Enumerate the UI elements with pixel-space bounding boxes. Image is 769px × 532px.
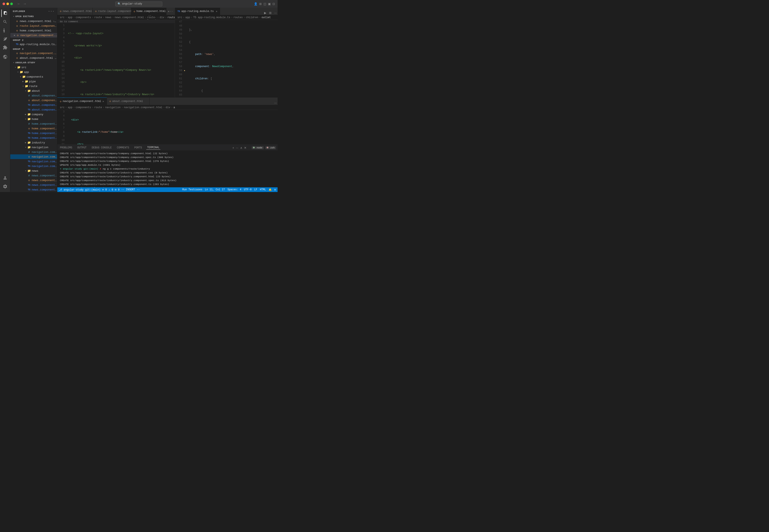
group3-nav[interactable]: ◇ navigation.component.html sr... [10,51,57,56]
files-activity-icon[interactable] [1,9,9,17]
back-button[interactable]: ← [16,1,21,6]
open-editor-home[interactable]: ◇ home.component.html [10,28,57,33]
language-status[interactable]: HTML [260,188,266,191]
eol-status[interactable]: LF [254,188,257,191]
run-activity-icon[interactable] [1,35,9,43]
layout3-icon[interactable]: ▣ [268,2,271,6]
industry-folder[interactable]: ▶ 📁 industry [10,140,57,145]
global-search[interactable]: 🔍 angular-study [115,1,162,6]
more-actions-button[interactable]: ··· [273,11,278,15]
home-html-label: home.component.html [32,127,57,130]
tab-app-routing[interactable]: TS app-routing.module.ts ✕ [175,8,220,15]
components-folder[interactable]: ▾ 📁 components [10,74,57,79]
home-spec[interactable]: TS home.component.spec.ts [10,131,57,136]
run-button[interactable]: ▶ [263,11,267,15]
run-testcases-status[interactable]: Run Testcases [182,188,202,191]
settings-activity-icon[interactable] [1,183,9,190]
about-spec[interactable]: TS about.component.spec.ts [10,103,57,107]
group2-routing-label: app-routing.module.ts src/app [20,43,57,46]
open-editor-news[interactable]: ◇ news.component.html src/app/... [10,19,57,24]
tab-route-layout[interactable]: ◇ route-layout.component.html ✕ [93,8,131,15]
src-folder[interactable]: ▾ 📁 src [10,65,57,70]
terminal-more-button[interactable]: ··· [236,146,238,149]
angular-study-toggle[interactable]: ▾ ANGULAR-STUDY [10,60,57,65]
news-html[interactable]: ◇ news.component.html [10,178,57,183]
git-branch-status[interactable]: ⎇ angular-study git:(main) [59,188,101,191]
bottom-more-button[interactable]: ··· [273,101,278,105]
navigation-folder[interactable]: ▾ 📁 navigation [10,145,57,150]
terminal-expand-button[interactable]: ∧ [240,146,242,149]
home-html[interactable]: ◇ home.component.html [10,126,57,131]
news-spec[interactable]: TS news.component.spec.ts [10,183,57,187]
about-folder[interactable]: ▾ 📁 about [10,89,57,93]
home-folder[interactable]: ▾ 📁 home [10,117,57,121]
nav-ts[interactable]: TS navigation.component.ts [10,164,57,168]
about-html[interactable]: ◇ about.component.html [10,98,57,103]
terminal-close-button[interactable]: ✕ [244,146,247,149]
spaces-status[interactable]: Spaces: 4 [228,188,241,191]
extensions-activity-icon[interactable] [1,44,9,51]
layout-icon[interactable]: ⊞ [259,2,262,6]
add-terminal-button[interactable]: + [232,146,234,149]
about-html-label: about.component.html [32,99,57,102]
tab-output[interactable]: OUTPUT [77,146,87,150]
open-editor-navigation[interactable]: ✕ ◇ navigation.component.html sr... [10,33,57,38]
explorer-menu-icon[interactable]: ··· [48,9,55,13]
notifications-icon[interactable]: 🔔 [269,188,272,191]
tab-news-component[interactable]: ◇ news.component.html ✕ [57,8,93,15]
account-icon[interactable]: 👤 [254,2,257,6]
group3-about[interactable]: ◇ about.component.html src/app... [10,56,57,60]
css-icon3: # [27,151,31,154]
minimize-button[interactable] [6,3,9,5]
layout-status-icon[interactable]: ⊡ [274,188,276,191]
news-ts[interactable]: TS news.component.ts [10,187,57,192]
group2-routing[interactable]: TS app-routing.module.ts src/app [10,42,57,47]
app-folder[interactable]: ▾ 📁 app [10,70,57,74]
tab-ports[interactable]: PORTS [133,146,143,150]
home-ts[interactable]: TS home.component.ts [10,136,57,140]
tab-problems[interactable]: PROBLEMS [59,146,73,150]
open-editors-toggle[interactable]: ▾ OPEN EDITORS [10,14,57,19]
tab-home-component[interactable]: ◇ home.component.html ✕ [131,8,166,15]
split-editor-button[interactable]: ⊞ [268,11,272,15]
tab-navigation-html[interactable]: ◇ navigation.component.html ✕ [57,98,107,105]
info-status: ⊡ 0 [115,188,120,191]
zsh-indicator[interactable]: zsh [265,146,276,149]
source-control-activity-icon[interactable] [1,27,9,34]
layout2-icon[interactable]: ◫ [263,2,266,6]
nav-css[interactable]: # navigation.component.css [10,150,57,154]
forward-button[interactable]: → [22,1,27,6]
about-ts[interactable]: TS about.component.ts [10,107,57,112]
about-css[interactable]: # about.component.css [10,93,57,98]
news-css[interactable]: # news.component.css [10,173,57,178]
route-folder[interactable]: ▾ 📁 route [10,84,57,89]
navigation-folder-label: navigation [32,146,48,149]
bc-app: app [68,16,72,19]
company-folder[interactable]: ▶ 📁 company [10,112,57,117]
tab-about-html[interactable]: ◇ about.component.html [107,98,150,105]
nav-html[interactable]: ◇ navigation.component.html [10,154,57,159]
tab-comments[interactable]: COMMENTS [116,146,130,150]
tab-routing-close[interactable]: ✕ [216,10,217,13]
encoding-status[interactable]: UTF-8 [244,188,252,191]
tab-nav-close[interactable]: ✕ [102,100,104,103]
nav-spec[interactable]: TS navigation.component.spec.ts [10,159,57,164]
home-css[interactable]: # home.component.css [10,121,57,126]
maximize-button[interactable] [10,3,13,5]
remote-activity-icon[interactable] [1,53,9,61]
close-icon[interactable]: ✕ [14,34,15,37]
accounts-activity-icon[interactable] [1,174,9,182]
tab-debug-console[interactable]: DEBUG CONSOLE [91,146,113,150]
open-editor-route-layout[interactable]: ◇ route-layout.component.html... [10,24,57,28]
nav-css-label: navigation.component.css [32,151,57,154]
search-activity-icon[interactable] [1,18,9,26]
cursor-position-status[interactable]: Ln 11, Col 27 [205,188,225,191]
more-tabs-icon[interactable]: ··· [166,10,175,13]
node-indicator[interactable]: node [252,146,264,149]
tab-terminal[interactable]: TERMINAL [146,146,160,150]
layout4-icon[interactable]: ⊡ [272,2,275,6]
close-button[interactable] [3,3,5,5]
news-folder[interactable]: ▾ 📁 news [10,168,57,173]
activity-bar [0,8,10,192]
pipe-folder[interactable]: ▶ 📁 pipe [10,79,57,84]
